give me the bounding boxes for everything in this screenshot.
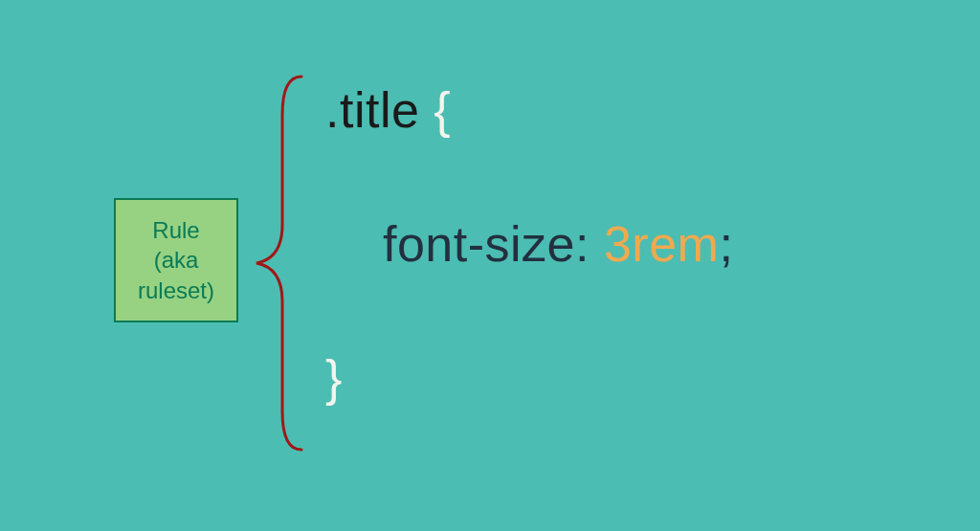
colon: : xyxy=(575,216,590,272)
property-text: font-size xyxy=(383,216,575,272)
code-line-selector: .title { xyxy=(325,81,733,139)
rule-label-box: Rule (aka ruleset) xyxy=(114,198,238,322)
rule-label-line1: Rule xyxy=(138,215,214,245)
value-text: 3rem xyxy=(604,216,719,272)
brace-open: { xyxy=(434,82,451,138)
code-line-declaration: font-size: 3rem; xyxy=(383,215,733,273)
rule-label-line3: ruleset) xyxy=(138,276,214,305)
semicolon: ; xyxy=(719,216,733,272)
brace-close: } xyxy=(325,350,343,406)
css-code-block: .title { font-size: 3rem; } xyxy=(325,81,733,407)
code-line-close: } xyxy=(325,349,733,407)
rule-label-line2: (aka xyxy=(138,245,214,275)
curly-bracket-icon xyxy=(249,72,306,454)
selector-text: .title xyxy=(325,82,419,138)
